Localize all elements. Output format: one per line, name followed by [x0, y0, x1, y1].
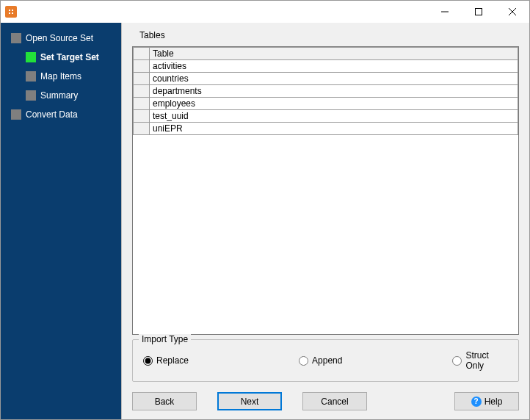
- tables-grid-container[interactable]: Table activitiescountriesdepartmentsempl…: [132, 46, 519, 335]
- wizard-sidebar: Open Source SetSet Target SetMap ItemsSu…: [1, 23, 121, 419]
- table-row[interactable]: uniEPR: [134, 123, 518, 135]
- import-type-group: Import Type ReplaceAppendStruct Only: [132, 339, 519, 382]
- step-marker-icon: [26, 71, 36, 82]
- titlebar: [1, 1, 529, 23]
- import-option-append[interactable]: Append: [299, 350, 342, 371]
- table-row[interactable]: departments: [134, 85, 518, 98]
- close-icon: [509, 8, 516, 15]
- step-marker-icon: [26, 90, 36, 101]
- import-type-legend: Import Type: [139, 334, 191, 344]
- import-radio-append[interactable]: [299, 356, 308, 366]
- table-row[interactable]: activities: [134, 60, 518, 73]
- table-row[interactable]: countries: [134, 73, 518, 85]
- step-marker-icon: [11, 33, 21, 43]
- import-radio-replace[interactable]: [143, 356, 153, 366]
- minimize-button[interactable]: [428, 1, 462, 23]
- help-icon: ?: [471, 397, 482, 407]
- minimize-icon: [441, 8, 449, 15]
- wizard-step-2[interactable]: Map Items: [1, 67, 121, 86]
- row-header[interactable]: [134, 110, 150, 123]
- table-cell[interactable]: departments: [150, 85, 518, 98]
- wizard-step-0[interactable]: Open Source Set: [1, 29, 121, 48]
- step-marker-icon: [26, 52, 36, 62]
- table-cell[interactable]: uniEPR: [150, 123, 518, 135]
- import-type-options: ReplaceAppendStruct Only: [143, 350, 508, 371]
- import-option-label: Struct Only: [465, 350, 508, 371]
- wizard-steps: Open Source SetSet Target SetMap ItemsSu…: [1, 29, 121, 124]
- tables-grid-body: activitiescountriesdepartmentsemployeest…: [134, 60, 518, 135]
- help-button[interactable]: ? Help: [454, 392, 519, 410]
- import-option-replace[interactable]: Replace: [143, 350, 189, 371]
- cancel-button[interactable]: Cancel: [302, 392, 367, 410]
- wizard-step-4[interactable]: Convert Data: [1, 105, 121, 124]
- grid-column-header[interactable]: Table: [150, 48, 518, 60]
- back-button[interactable]: Back: [132, 392, 197, 410]
- step-label: Open Source Set: [26, 33, 93, 43]
- table-cell[interactable]: activities: [150, 60, 518, 73]
- step-label: Summary: [40, 90, 78, 101]
- row-header[interactable]: [134, 85, 150, 98]
- import-option-label: Replace: [156, 355, 189, 366]
- import-option-struct[interactable]: Struct Only: [452, 350, 508, 371]
- wizard-step-3[interactable]: Summary: [1, 86, 121, 105]
- tables-section: Tables Table activitiescountriesdepartme…: [122, 23, 529, 339]
- row-header[interactable]: [134, 60, 150, 73]
- wizard-buttons: Back Next Cancel ? Help: [122, 386, 529, 419]
- app-icon: [5, 6, 17, 18]
- tables-grid: Table activitiescountriesdepartmentsempl…: [133, 47, 518, 135]
- maximize-icon: [475, 8, 482, 15]
- step-label: Set Target Set: [40, 52, 99, 62]
- row-header[interactable]: [134, 123, 150, 135]
- table-cell[interactable]: test_uuid: [150, 110, 518, 123]
- table-cell[interactable]: employees: [150, 98, 518, 110]
- window-controls: [428, 1, 529, 23]
- wizard-step-1[interactable]: Set Target Set: [1, 48, 121, 67]
- maximize-button[interactable]: [462, 1, 495, 23]
- import-option-label: Append: [312, 355, 342, 366]
- close-button[interactable]: [495, 1, 529, 23]
- grid-corner[interactable]: [134, 48, 150, 60]
- table-cell[interactable]: countries: [150, 73, 518, 85]
- next-button[interactable]: Next: [217, 392, 282, 410]
- step-marker-icon: [11, 109, 21, 120]
- main-panel: Tables Table activitiescountriesdepartme…: [121, 23, 529, 419]
- row-header[interactable]: [134, 98, 150, 110]
- step-label: Map Items: [40, 71, 81, 82]
- table-row[interactable]: employees: [134, 98, 518, 110]
- wizard-window: Open Source SetSet Target SetMap ItemsSu…: [0, 0, 530, 420]
- import-radio-struct[interactable]: [452, 356, 462, 366]
- step-label: Convert Data: [26, 109, 78, 120]
- svg-rect-1: [476, 9, 482, 15]
- table-row[interactable]: test_uuid: [134, 110, 518, 123]
- row-header[interactable]: [134, 73, 150, 85]
- tables-label: Tables: [139, 30, 519, 40]
